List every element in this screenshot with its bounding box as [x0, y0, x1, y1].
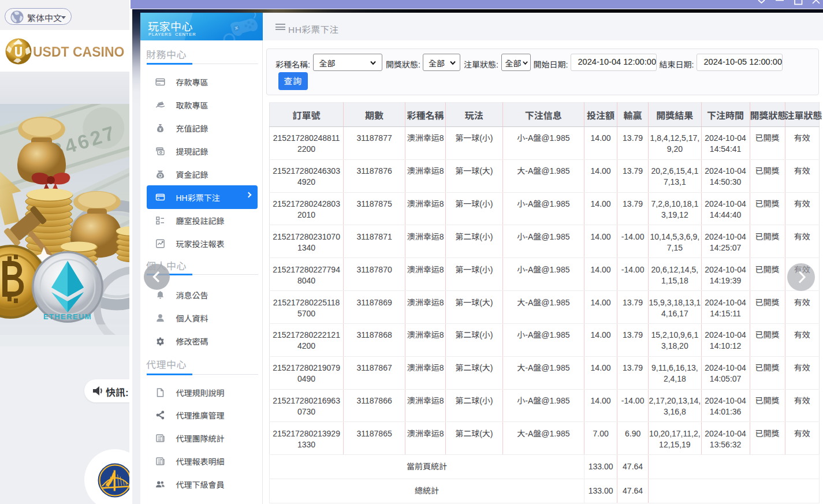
- svg-text:ETHEREUM: ETHEREUM: [43, 312, 92, 321]
